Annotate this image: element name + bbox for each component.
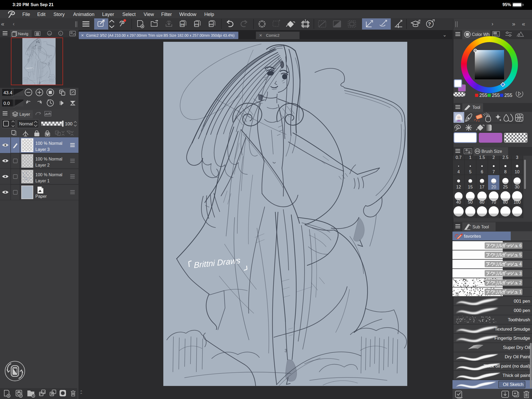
svg-text:100 % Normal: 100 % Normal (35, 157, 62, 161)
svg-text:100: 100 (514, 200, 521, 204)
svg-text:4: 4 (519, 262, 522, 266)
svg-text:000 pen: 000 pen (514, 308, 530, 313)
svg-text:Tool: Tool (472, 105, 480, 110)
svg-text:15: 15 (468, 185, 473, 189)
svg-text:5: 5 (519, 253, 522, 257)
svg-text:100 % Normal: 100 % Normal (35, 172, 62, 177)
svg-text:10: 10 (515, 170, 519, 174)
svg-text:Thick oil paint (no dual): Thick oil paint (no dual) (483, 364, 530, 369)
svg-text:Toothbrush: Toothbrush (508, 317, 530, 322)
svg-text:2: 2 (519, 281, 522, 285)
svg-text:8: 8 (504, 170, 507, 174)
svg-text:psd: psd (209, 23, 214, 26)
svg-text:2: 2 (493, 155, 495, 160)
svg-text:jpg: jpg (180, 23, 184, 26)
svg-text:1: 1 (469, 155, 472, 160)
svg-text:Layer: Layer (19, 112, 30, 117)
svg-text:png: png (195, 23, 199, 26)
svg-text:Layer 2: Layer 2 (35, 163, 49, 167)
svg-text:0.0: 0.0 (3, 101, 10, 106)
svg-text:Dry Oil Paint: Dry Oil Paint (505, 354, 530, 359)
svg-text:i: i (60, 32, 61, 35)
svg-text:6: 6 (481, 170, 483, 174)
svg-text:Thick oil paint: Thick oil paint (502, 373, 530, 378)
svg-text:30: 30 (515, 185, 519, 189)
svg-text:3: 3 (516, 155, 518, 160)
svg-text:Fingertip Smudge: Fingertip Smudge (494, 336, 530, 341)
svg-text:Layer 3: Layer 3 (35, 147, 49, 152)
svg-text:Oil Sketch: Oil Sketch (503, 382, 523, 387)
svg-text:Normal: Normal (19, 122, 33, 126)
svg-text:70: 70 (491, 200, 496, 204)
svg-text:40: 40 (456, 200, 461, 204)
svg-text:Super Dry Oil: Super Dry Oil (503, 345, 530, 350)
svg-text:Textured Smudge: Textured Smudge (495, 327, 530, 332)
svg-text:1: 1 (519, 290, 522, 294)
svg-text:50: 50 (468, 200, 473, 204)
svg-text:80: 80 (503, 200, 508, 204)
svg-text:100: 100 (65, 121, 72, 126)
svg-text:17: 17 (480, 185, 484, 189)
svg-text:255: 255 (492, 93, 500, 98)
svg-text:43.4: 43.4 (3, 90, 12, 95)
svg-text:7: 7 (493, 170, 495, 174)
svg-text:3: 3 (519, 271, 522, 276)
svg-text:2.5: 2.5 (502, 155, 508, 160)
svg-text:12: 12 (456, 185, 461, 189)
svg-text:Navig: Navig (18, 31, 28, 36)
svg-text:0.7: 0.7 (456, 155, 462, 160)
svg-text:Layer 1: Layer 1 (35, 179, 49, 183)
svg-text:001 pen: 001 pen (514, 299, 530, 304)
svg-text:1.5: 1.5 (479, 155, 485, 160)
svg-text:25: 25 (503, 185, 508, 189)
svg-text:Brush Size: Brush Size (481, 149, 502, 154)
svg-text:Paper: Paper (35, 194, 47, 199)
svg-text:Sub Tool: Sub Tool (472, 225, 489, 229)
svg-text:60: 60 (480, 200, 484, 204)
svg-text:?: ? (428, 22, 431, 27)
svg-text:4: 4 (458, 170, 460, 174)
svg-text:20: 20 (491, 185, 496, 189)
svg-text:255: 255 (479, 93, 487, 98)
svg-text:favorites: favorites (464, 234, 481, 239)
svg-text:255: 255 (504, 93, 512, 98)
svg-text:6: 6 (519, 243, 522, 248)
svg-text:5: 5 (469, 170, 472, 174)
svg-text:100 % Normal: 100 % Normal (35, 141, 62, 146)
